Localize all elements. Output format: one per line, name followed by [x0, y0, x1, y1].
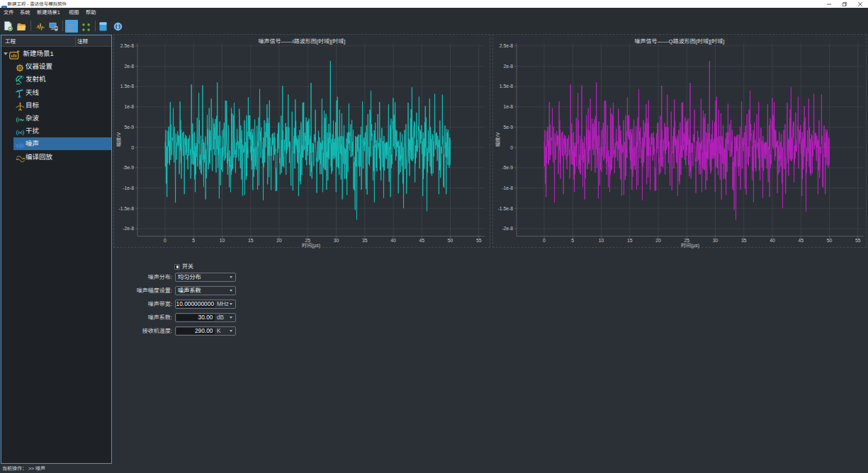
chevron-down-icon[interactable]	[230, 317, 232, 319]
project-tree-panel: 工程 注释 新建场景1仪器设置发射机天线目标杂波干扰噪声编译回放	[1, 35, 112, 464]
y-tick-label: -1.5e-8	[497, 206, 513, 211]
chevron-down-icon[interactable]	[230, 330, 232, 332]
x-tick-label: 10	[220, 238, 225, 243]
tree-item-天线[interactable]: 天线	[1, 86, 111, 99]
form-label-2: 噪声幅度设置:	[137, 286, 172, 295]
switch-checkbox-mark	[176, 266, 179, 268]
form-label-4: 噪声系数:	[148, 313, 172, 322]
tree-item-新建场景1[interactable]: 新建场景1	[1, 47, 111, 60]
menubar: 文件系统新建场景1视图帮助	[0, 8, 868, 18]
x-tick-label: 35	[362, 238, 368, 243]
y-tick-label: -5e-9	[123, 165, 134, 170]
tree-header-comment-column[interactable]: 注释	[77, 35, 88, 47]
x-tick-label: 30	[334, 238, 339, 243]
minimize-button[interactable]	[821, 0, 837, 8]
combo-value: 噪声系数	[178, 287, 201, 295]
status-text: 当前操作： >> 噪声	[2, 464, 45, 473]
y-tick-label: 0	[510, 145, 513, 150]
x-tick-label: 5	[571, 238, 574, 243]
chevron-down-icon[interactable]	[230, 276, 232, 278]
menu-item-1[interactable]: 文件	[4, 8, 13, 18]
expand-corners-icon	[82, 21, 90, 33]
x-tick-label: 55	[476, 238, 482, 243]
x-tick-label: 15	[248, 238, 254, 243]
close-button[interactable]	[852, 0, 868, 8]
tree-item-杂波[interactable]: 杂波	[1, 112, 111, 125]
monitor-icon	[49, 21, 58, 33]
y-tick-label: 2e-8	[503, 64, 513, 69]
chart-panel-q: 噪声信号——Q路波形图[时域][时域] 2.5e-82e-81.5e-81e-8…	[492, 34, 867, 248]
new-file-icon	[4, 21, 13, 33]
combo-2[interactable]: 噪声系数	[175, 286, 237, 295]
chart-panel-i: 噪声信号——I路波形图[时域][时域] 2.5e-82e-81.5e-81e-8…	[113, 34, 490, 248]
form-row-5: 接收机温度:290.00K	[113, 326, 864, 336]
toolbar-separator	[30, 21, 31, 31]
window-title: 新建工程 - 雷达信号模拟软件	[8, 0, 67, 8]
menu-item-2[interactable]: 系统	[20, 8, 30, 18]
x-tick-label: 45	[798, 238, 804, 243]
form-row-4: 噪声系数:30.00dB	[113, 313, 864, 322]
tree-item-label: 新建场景1	[23, 47, 54, 60]
spin-4[interactable]: 30.00dB	[175, 313, 237, 322]
spin-value[interactable]: 10.000000000	[176, 301, 215, 307]
spin-5[interactable]: 290.00K	[175, 326, 237, 336]
tree-header-project-column[interactable]: 工程	[5, 35, 16, 47]
menu-item-3[interactable]: 新建场景1	[37, 8, 60, 18]
unit-label: dB	[217, 314, 224, 321]
notebook-icon	[99, 21, 107, 33]
x-tick-label: 5	[192, 238, 195, 243]
switch-checkbox[interactable]	[174, 264, 180, 270]
statusbar: 当前操作： >> 噪声	[0, 464, 868, 473]
x-tick-label: 0	[543, 238, 546, 243]
tree-item-目标[interactable]: 目标	[1, 99, 111, 112]
form-label-5: 接收机温度:	[142, 326, 172, 336]
tree-item-干扰[interactable]: 干扰	[1, 125, 111, 137]
tree-item-label: 仪器设置	[26, 60, 52, 73]
tree-item-label: 目标	[26, 99, 39, 112]
y-axis-title: 幅度/V	[116, 132, 121, 147]
chevron-down-icon[interactable]	[230, 303, 232, 305]
tree-expand-arrow[interactable]	[4, 52, 8, 55]
waveform-icon	[36, 21, 45, 33]
x-tick-label: 35	[741, 238, 747, 243]
y-tick-label: -1e-8	[502, 186, 513, 190]
combo-value: 均匀分布	[178, 273, 201, 281]
x-tick-label: 40	[770, 238, 775, 243]
y-axis-title: 幅度/V	[495, 132, 500, 147]
tree-item-仪器设置[interactable]: 仪器设置	[1, 60, 111, 73]
y-tick-label: 1.5e-8	[500, 84, 513, 89]
tree-item-编译回放[interactable]: 编译回放	[1, 151, 111, 164]
unit-label: K	[217, 327, 220, 335]
x-tick-label: 55	[855, 238, 861, 243]
form-label-1: 噪声分布:	[148, 273, 172, 282]
y-tick-label: 1.5e-8	[120, 84, 134, 89]
toolbar-separator	[95, 21, 96, 31]
chart-plot-Q: 2.5e-82e-81.5e-81e-85e-90-5e-9-1e-8-1.5e…	[493, 35, 866, 247]
y-tick-label: -1.5e-8	[118, 206, 134, 211]
menu-item-5[interactable]: 帮助	[86, 8, 96, 18]
menu-item-4[interactable]: 视图	[69, 8, 79, 18]
x-tick-label: 30	[713, 238, 718, 243]
combo-1[interactable]: 均匀分布	[175, 273, 237, 282]
restore-button[interactable]	[837, 0, 852, 8]
chevron-down-icon[interactable]	[230, 290, 232, 292]
x-tick-label: 20	[276, 238, 282, 243]
x-tick-label: 50	[827, 238, 833, 243]
titlebar: 新建工程 - 雷达信号模拟软件	[0, 0, 868, 8]
form-row-3: 噪声带宽:10.000000000MHz	[113, 300, 864, 309]
chart-plot-I: 2.5e-82e-81.5e-81e-85e-90-5e-9-1e-8-1.5e…	[114, 35, 490, 247]
spin-value[interactable]: 30.00	[176, 314, 215, 321]
app-window: 新建工程 - 雷达信号模拟软件 文件系统新建场景1视图帮助 工程 注释 新建场景…	[0, 0, 868, 473]
tree-item-label: 噪声	[26, 137, 39, 150]
tree-item-发射机[interactable]: 发射机	[1, 73, 111, 86]
tree-item-label: 编译回放	[26, 151, 52, 164]
info-icon	[113, 21, 123, 33]
spin-3[interactable]: 10.000000000MHz	[175, 300, 237, 309]
y-tick-label: -2e-8	[502, 226, 513, 231]
tree-header: 工程 注释	[1, 35, 111, 47]
spin-value[interactable]: 290.00	[176, 328, 215, 334]
y-tick-label: 5e-9	[503, 125, 513, 130]
y-tick-label: 1e-8	[124, 104, 134, 109]
tree-item-噪声[interactable]: 噪声	[1, 137, 111, 150]
y-tick-label: -5e-9	[502, 165, 513, 170]
